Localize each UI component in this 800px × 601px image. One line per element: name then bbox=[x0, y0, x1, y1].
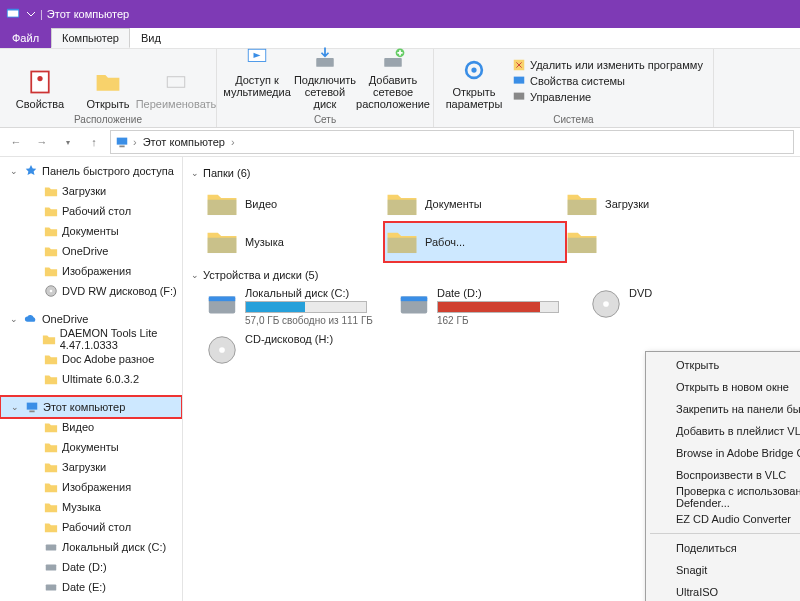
titlebar: | Этот компьютер bbox=[0, 0, 800, 28]
tree-pc-5[interactable]: Рабочий стол bbox=[0, 517, 182, 537]
tree-pc-4[interactable]: Музыка bbox=[0, 497, 182, 517]
ctx-item-3[interactable]: Добавить в плейлист VLC bbox=[648, 420, 800, 442]
folder-item-1[interactable]: Документы bbox=[385, 185, 565, 223]
tree-pc-7[interactable]: Date (D:) bbox=[0, 557, 182, 577]
ribbon-uninstall[interactable]: Удалить или изменить программу bbox=[512, 58, 703, 72]
section-folders[interactable]: ⌄Папки (6) bbox=[191, 167, 792, 179]
nav-forward[interactable]: → bbox=[32, 132, 52, 152]
ctx-item-11[interactable]: UltraISO▶ bbox=[648, 581, 800, 601]
svg-point-34 bbox=[219, 347, 225, 353]
folder-item-5[interactable] bbox=[565, 223, 745, 261]
ctx-item-1[interactable]: Открыть в новом окне bbox=[648, 376, 800, 398]
drive-item-0[interactable]: Локальный диск (C:)57,0 ГБ свободно из 1… bbox=[205, 287, 385, 333]
folder-item-3[interactable]: Музыка bbox=[205, 223, 385, 261]
ctx-item-6[interactable]: Проверка с использованием Windows Defend… bbox=[648, 486, 800, 508]
ribbon-map-drive[interactable]: Подключить сетевой диск bbox=[291, 42, 359, 112]
ribbon-group-network: Сеть bbox=[314, 114, 336, 125]
section-drives[interactable]: ⌄Устройства и диски (5) bbox=[191, 269, 792, 281]
ribbon-group-system: Система bbox=[553, 114, 593, 125]
ribbon: Свойства Открыть Переименовать Расположе… bbox=[0, 49, 800, 128]
svg-rect-22 bbox=[46, 584, 57, 590]
tree-od-1[interactable]: Doc Adobe разное bbox=[0, 349, 182, 369]
ribbon-manage[interactable]: Управление bbox=[512, 90, 703, 104]
svg-rect-30 bbox=[401, 296, 427, 301]
folder-item-2[interactable]: Загрузки bbox=[565, 185, 745, 223]
svg-rect-2 bbox=[31, 72, 49, 93]
tree-pc-6[interactable]: Локальный диск (C:) bbox=[0, 537, 182, 557]
address-field[interactable]: › Этот компьютер › bbox=[110, 130, 794, 154]
menu-view[interactable]: Вид bbox=[130, 28, 172, 48]
ribbon-add-network[interactable]: Добавить сетевое расположение bbox=[359, 42, 427, 112]
svg-rect-20 bbox=[46, 544, 57, 550]
tree-qa-4[interactable]: Изображения bbox=[0, 261, 182, 281]
ribbon-properties[interactable]: Свойства bbox=[6, 66, 74, 112]
pc-icon bbox=[115, 135, 129, 149]
svg-rect-19 bbox=[29, 411, 34, 413]
dropdown-icon[interactable] bbox=[26, 9, 36, 19]
ctx-item-7[interactable]: EZ CD Audio Converter▶ bbox=[648, 508, 800, 530]
svg-rect-12 bbox=[514, 77, 525, 84]
ctx-item-0[interactable]: Открыть bbox=[648, 354, 800, 376]
tree-qa-3[interactable]: OneDrive bbox=[0, 241, 182, 261]
address-bar: ← → ▾ ↑ › Этот компьютер › bbox=[0, 128, 800, 157]
folder-item-0[interactable]: Видео bbox=[205, 185, 385, 223]
tree-onedrive[interactable]: ⌄OneDrive bbox=[0, 309, 182, 329]
svg-point-10 bbox=[471, 67, 476, 72]
tree-pc-8[interactable]: Date (E:) bbox=[0, 577, 182, 597]
tree-pc-9[interactable]: CD-дисковод (H:) bbox=[0, 597, 182, 601]
svg-rect-21 bbox=[46, 564, 57, 570]
svg-point-17 bbox=[50, 290, 53, 293]
ctx-item-4[interactable]: Browse in Adobe Bridge CS5 bbox=[648, 442, 800, 464]
tree-qa-0[interactable]: Загрузки bbox=[0, 181, 182, 201]
svg-rect-14 bbox=[117, 138, 128, 145]
menu-file[interactable]: Файл bbox=[0, 28, 51, 48]
tree-od-0[interactable]: DAEMON Tools Lite 4.47.1.0333 bbox=[0, 329, 182, 349]
tree-qa-5[interactable]: DVD RW дисковод (F:) bbox=[0, 281, 182, 301]
tree-qa-2[interactable]: Документы bbox=[0, 221, 182, 241]
sidebar: ⌄Панель быстрого доступаЗагрузкиРабочий … bbox=[0, 157, 183, 601]
tree-pc-2[interactable]: Загрузки bbox=[0, 457, 182, 477]
svg-rect-4 bbox=[167, 77, 185, 88]
tree-pc-0[interactable]: Видео bbox=[0, 417, 182, 437]
nav-up[interactable]: ↑ bbox=[84, 132, 104, 152]
drive-item-1[interactable]: Date (D:)162 ГБ bbox=[397, 287, 577, 333]
nav-back[interactable]: ← bbox=[6, 132, 26, 152]
window-title: Этот компьютер bbox=[47, 8, 129, 20]
svg-rect-18 bbox=[27, 403, 38, 410]
folder-item-4[interactable]: Рабоч... bbox=[385, 223, 565, 261]
window-icon bbox=[6, 7, 20, 21]
ribbon-group-location: Расположение bbox=[74, 114, 142, 125]
drive-item-3[interactable]: CD-дисковод (H:) bbox=[205, 333, 385, 379]
breadcrumb-root[interactable]: Этот компьютер bbox=[141, 136, 227, 148]
main-panel: ⌄Папки (6) ВидеоДокументыЗагрузкиМузыкаР… bbox=[183, 157, 800, 601]
svg-rect-15 bbox=[119, 146, 124, 148]
drive-item-2[interactable]: DVD bbox=[589, 287, 769, 333]
tree-qa-1[interactable]: Рабочий стол bbox=[0, 201, 182, 221]
svg-point-3 bbox=[37, 76, 42, 81]
nav-history[interactable]: ▾ bbox=[58, 132, 78, 152]
tree-pc-3[interactable]: Изображения bbox=[0, 477, 182, 497]
ribbon-media-access[interactable]: Доступ к мультимедиа bbox=[223, 42, 291, 112]
ctx-item-10[interactable]: Snagit▶ bbox=[648, 559, 800, 581]
tree-quickaccess[interactable]: ⌄Панель быстрого доступа bbox=[0, 161, 182, 181]
svg-rect-6 bbox=[316, 58, 334, 67]
ribbon-system-props[interactable]: Свойства системы bbox=[512, 74, 703, 88]
svg-rect-13 bbox=[514, 93, 525, 100]
tree-pc-1[interactable]: Документы bbox=[0, 437, 182, 457]
context-menu: ОткрытьОткрыть в новом окнеЗакрепить на … bbox=[645, 351, 800, 601]
tree-od-2[interactable]: Ultimate 6.0.3.2 bbox=[0, 369, 182, 389]
svg-rect-7 bbox=[384, 58, 402, 67]
ctx-item-9[interactable]: Поделиться bbox=[648, 537, 800, 559]
ctx-item-2[interactable]: Закрепить на панели быстрого доступа bbox=[648, 398, 800, 420]
ribbon-open[interactable]: Открыть bbox=[74, 66, 142, 112]
svg-point-32 bbox=[603, 301, 609, 307]
menu-computer[interactable]: Компьютер bbox=[51, 28, 130, 48]
svg-rect-28 bbox=[209, 296, 235, 301]
svg-rect-1 bbox=[8, 11, 19, 17]
ctx-item-5[interactable]: Воспроизвести в VLC bbox=[648, 464, 800, 486]
tree-thispc[interactable]: ⌄Этот компьютер bbox=[0, 396, 182, 418]
ribbon-rename: Переименовать bbox=[142, 66, 210, 112]
ribbon-open-settings[interactable]: Открыть параметры bbox=[440, 54, 508, 112]
